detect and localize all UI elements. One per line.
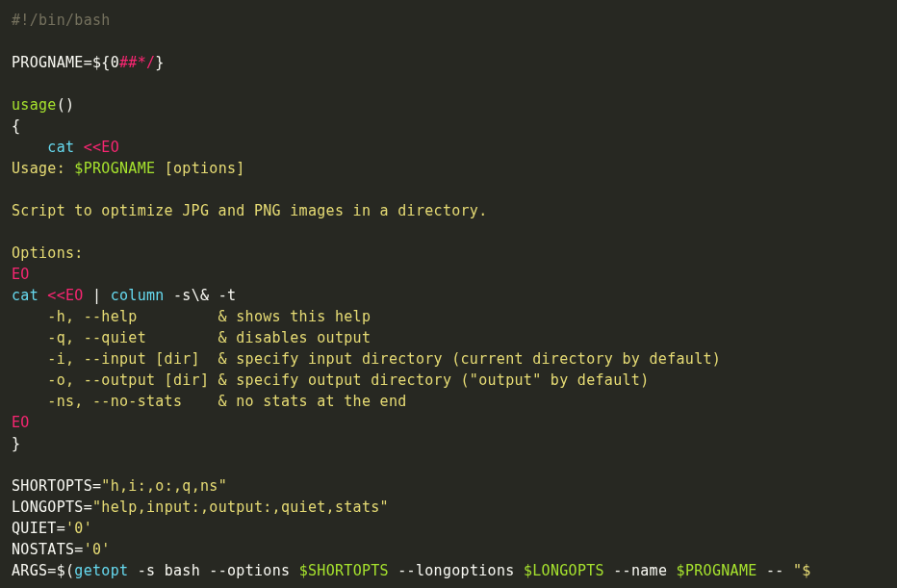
- code-token-string: "h,i:,o:,q,ns": [101, 477, 227, 495]
- code-token-ident: QUIET: [12, 520, 57, 537]
- code-space: [38, 287, 47, 304]
- code-token-op: =: [57, 520, 65, 537]
- code-token-ident: SHORTOPTS: [12, 477, 92, 495]
- code-token-args: --name: [604, 562, 677, 579]
- code-token-var: $PROGNAME: [677, 562, 757, 579]
- code-token-heredoc-start: <<EO: [84, 139, 119, 156]
- code-token-var: $SHORTOPTS: [299, 562, 389, 579]
- code-token-brace: ${: [92, 54, 111, 71]
- code-token-cmd: cat: [47, 139, 74, 156]
- code-token-cmd: cat: [12, 287, 38, 304]
- code-token-args: --: [757, 562, 793, 579]
- code-token-op: =: [74, 541, 83, 558]
- code-token-heredoc: [options]: [155, 160, 244, 177]
- code-token-paramexp: ##*/: [119, 54, 155, 71]
- code-token-heredoc: -q, --quiet & disables output: [12, 329, 371, 346]
- code-token-var: $LONGOPTS: [524, 562, 604, 579]
- code-token-ident: NOSTATS: [12, 541, 74, 558]
- code-token-op: =: [84, 54, 92, 71]
- code-editor[interactable]: #!/bin/bash PROGNAME=${0##*/} usage() { …: [0, 0, 897, 588]
- code-token-num: 0: [111, 54, 119, 71]
- code-token-string: '0': [65, 520, 92, 537]
- code-token-heredoc-end: EO: [12, 266, 30, 283]
- code-token-brace: {: [12, 117, 20, 135]
- code-token-ident: PROGNAME: [12, 54, 84, 71]
- code-token-heredoc: -ns, --no-stats & no stats at the end: [12, 393, 407, 410]
- code-token-string: '0': [84, 541, 111, 558]
- code-token-ident: LONGOPTS: [12, 499, 84, 516]
- code-token-heredoc: -h, --help & shows this help: [12, 308, 371, 325]
- code-token-op: =: [84, 499, 92, 516]
- code-token-heredoc-start: <<EO: [47, 287, 83, 304]
- code-token-op: =: [92, 477, 101, 495]
- code-token-heredoc: Script to optimize JPG and PNG images in…: [12, 202, 488, 219]
- code-token-brace: }: [155, 54, 164, 71]
- code-token-cmd: getopt: [74, 562, 128, 579]
- code-token-args: -s\& -t: [165, 287, 237, 304]
- code-token-args: --longoptions: [389, 562, 524, 579]
- code-token-heredoc: -i, --input [dir] & specify input direct…: [12, 350, 721, 368]
- code-indent: [12, 139, 47, 156]
- code-token-cmdsubst: $(: [57, 562, 75, 579]
- code-token-heredoc: Usage:: [12, 160, 74, 177]
- code-token-string: "$: [793, 562, 811, 579]
- code-token-pipe: |: [84, 287, 111, 304]
- code-space: [74, 139, 83, 156]
- code-token-parens: (): [57, 96, 75, 114]
- code-token-ident: ARGS: [12, 562, 47, 579]
- code-token-args: -s bash --options: [128, 562, 298, 579]
- code-token-heredoc: Options:: [12, 244, 84, 262]
- code-token-var: $PROGNAME: [74, 160, 155, 177]
- code-token-brace: }: [12, 435, 20, 452]
- code-token-heredoc: -o, --output [dir] & specify output dire…: [12, 371, 649, 389]
- code-token-funcname: usage: [12, 96, 57, 114]
- code-token-heredoc-end: EO: [12, 414, 30, 431]
- code-token-cmd: column: [111, 287, 165, 304]
- code-token-string: "help,input:,output:,quiet,stats": [92, 499, 389, 516]
- code-token-comment: #!/bin/bash: [12, 12, 111, 29]
- code-token-op: =: [47, 562, 56, 579]
